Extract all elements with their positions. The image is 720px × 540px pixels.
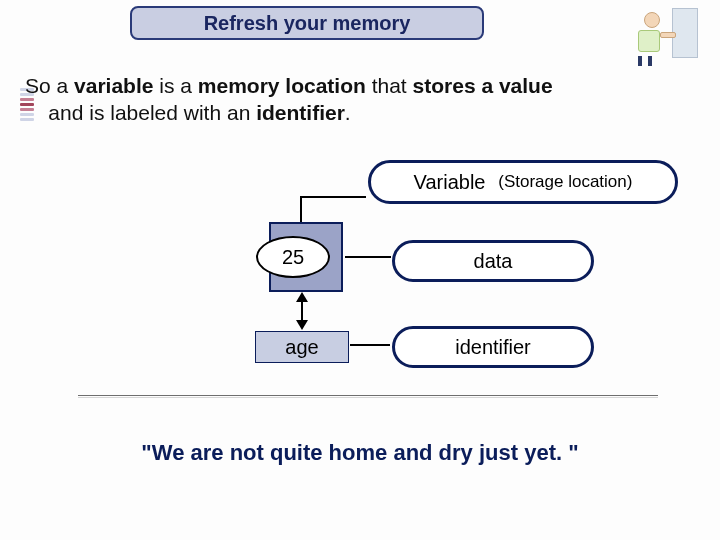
label-variable: Variable (Storage location) (368, 160, 678, 204)
t: So a (25, 74, 74, 97)
label-variable-main: Variable (414, 171, 486, 194)
connector-line (302, 196, 366, 198)
label-data: data (392, 240, 594, 282)
kw-memory-location: memory location (198, 74, 366, 97)
identifier-box: age (255, 331, 349, 363)
t: that (366, 74, 413, 97)
kid-at-computer-icon (636, 6, 698, 62)
t: . (345, 101, 351, 124)
kw-identifier: identifier (256, 101, 345, 124)
value-oval: 25 (256, 236, 330, 278)
divider (78, 395, 658, 396)
connector-line (300, 196, 302, 222)
kw-variable: variable (74, 74, 153, 97)
slide-title: Refresh your memory (130, 6, 484, 40)
footer-quote: "We are not quite home and dry just yet.… (0, 440, 720, 466)
t: and is labeled with an (43, 101, 257, 124)
label-variable-sub (489, 172, 494, 192)
kw-stores-value: stores a value (413, 74, 553, 97)
connector-line (345, 256, 391, 258)
label-identifier: identifier (392, 326, 594, 368)
label-variable-sub-text: (Storage location) (498, 172, 632, 192)
t: is a (153, 74, 197, 97)
connector-line (301, 300, 303, 322)
arrow-down-icon (296, 320, 308, 330)
definition-text: So a variable is a memory location that … (25, 72, 665, 126)
connector-line (350, 344, 390, 346)
divider (78, 397, 658, 398)
